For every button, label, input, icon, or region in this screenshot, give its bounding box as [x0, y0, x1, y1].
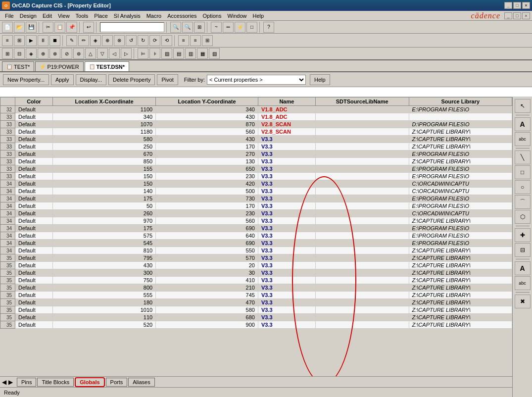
tb3-16[interactable]: ▥: [185, 48, 196, 59]
table-scroll[interactable]: Color Location X-Coordinate Location Y-C…: [0, 97, 512, 376]
menu-macro[interactable]: Macro: [144, 12, 165, 20]
tb3-12[interactable]: ⊨: [138, 48, 148, 59]
tb2-2[interactable]: ⊞: [14, 35, 25, 46]
part-btn[interactable]: □: [246, 22, 257, 33]
btab-aliases[interactable]: Aliases: [128, 378, 154, 387]
tb3-11[interactable]: ▷: [121, 48, 132, 59]
tb3-17[interactable]: ▦: [197, 48, 208, 59]
new-property-button[interactable]: New Property...: [3, 74, 49, 85]
undo-btn[interactable]: ↩: [83, 22, 94, 33]
menu-view[interactable]: View: [55, 12, 73, 20]
close-button[interactable]: ×: [522, 2, 530, 9]
zoom-in[interactable]: 🔍: [170, 22, 181, 33]
tb2-1[interactable]: ≡: [2, 35, 13, 46]
menu-tools[interactable]: Tools: [73, 12, 92, 20]
tb3-13[interactable]: ⊧: [149, 48, 160, 59]
rp-rect[interactable]: □: [515, 165, 531, 179]
display-button[interactable]: Display...: [76, 74, 106, 85]
title-bar-controls[interactable]: _ □ ×: [504, 2, 530, 9]
rp-text-a[interactable]: A: [515, 117, 531, 131]
tb3-9[interactable]: ▽: [97, 48, 108, 59]
menu-window[interactable]: Window: [224, 12, 249, 20]
filter-select[interactable]: < Current properties >: [207, 75, 306, 85]
tb3-15[interactable]: ▤: [173, 48, 184, 59]
tab-test[interactable]: 📋 TEST*: [2, 61, 34, 71]
search-field[interactable]: [0, 87, 532, 97]
tb3-5[interactable]: ⊗: [49, 48, 60, 59]
tb3-8[interactable]: △: [85, 48, 96, 59]
btab-ports[interactable]: Ports: [106, 378, 128, 387]
zoom-out[interactable]: 🔍: [182, 22, 193, 33]
tb2-14[interactable]: ⟲: [161, 35, 172, 46]
menu-si-analysis[interactable]: SI Analysis: [111, 12, 144, 20]
tab-power[interactable]: ⚡ P19:POWER: [35, 61, 83, 71]
col-header-src[interactable]: Source Library: [409, 98, 512, 106]
tb3-18[interactable]: ▧: [209, 48, 220, 59]
apply-button[interactable]: Apply: [51, 74, 74, 85]
tb2-17[interactable]: ⊞: [202, 35, 213, 46]
pivot-button[interactable]: Pivot: [157, 74, 178, 85]
tb3-4[interactable]: ⊕: [38, 48, 48, 59]
rp-label-abc[interactable]: abc: [515, 276, 531, 290]
tb3-2[interactable]: ⊟: [14, 48, 25, 59]
wire-btn[interactable]: ~: [211, 22, 222, 33]
tb3-7[interactable]: ⊛: [73, 48, 84, 59]
col-header-sdt[interactable]: SDTSourceLibName: [315, 98, 409, 106]
menu-file[interactable]: File: [2, 12, 17, 20]
bus-btn[interactable]: ═: [223, 22, 234, 33]
help-icon-btn[interactable]: ?: [263, 22, 274, 33]
menu-help[interactable]: Help: [250, 12, 267, 20]
power-btn[interactable]: ⚡: [235, 22, 245, 33]
tb2-6[interactable]: ✎: [66, 35, 77, 46]
tb2-7[interactable]: ✏: [78, 35, 89, 46]
rp-cross[interactable]: ✖: [515, 295, 531, 308]
tb2-10[interactable]: ⊗: [114, 35, 125, 46]
col-header-y[interactable]: Location Y-Coordinate: [156, 98, 258, 106]
rp-text-abc[interactable]: abc: [515, 132, 531, 146]
rp-ellipse[interactable]: ○: [515, 180, 531, 194]
rp-plus[interactable]: ✚: [515, 228, 531, 242]
col-header-color[interactable]: Color: [15, 98, 53, 106]
save-btn[interactable]: 💾: [26, 22, 37, 33]
tb2-5[interactable]: ⏹: [49, 35, 60, 46]
tb3-6[interactable]: ⊘: [61, 48, 72, 59]
tb3-10[interactable]: ◁: [109, 48, 120, 59]
minimize-button[interactable]: _: [504, 2, 512, 9]
menu-design[interactable]: Design: [17, 12, 40, 20]
zoom-fit[interactable]: ⊞: [194, 22, 205, 33]
rp-line[interactable]: ╲: [515, 150, 531, 164]
col-header-name[interactable]: Name: [258, 98, 315, 106]
help-button[interactable]: Help: [310, 74, 330, 85]
tb2-16[interactable]: ≡: [190, 35, 201, 46]
scroll-right-icon[interactable]: ▶: [8, 379, 13, 386]
menu-options[interactable]: Options: [200, 12, 225, 20]
open-btn[interactable]: 📂: [14, 22, 25, 33]
inner-close[interactable]: ×: [522, 12, 530, 19]
col-header-x[interactable]: Location X-Coordinate: [53, 98, 156, 106]
tb2-12[interactable]: ↻: [138, 35, 148, 46]
menu-accessories[interactable]: Accessories: [164, 12, 199, 20]
delete-property-button[interactable]: Delete Property: [108, 74, 155, 85]
tb2-3[interactable]: ▶: [26, 35, 37, 46]
tb2-4[interactable]: ⏸: [38, 35, 48, 46]
tb3-1[interactable]: ⊞: [2, 48, 13, 59]
rp-arc[interactable]: ⌒: [515, 195, 531, 209]
tb2-8[interactable]: ◈: [90, 35, 101, 46]
rp-label-a[interactable]: A: [515, 261, 531, 275]
btab-title-blocks[interactable]: Title Blocks: [37, 378, 74, 387]
rp-poly[interactable]: ⬡: [515, 210, 531, 224]
tab-dsn[interactable]: 📋 TEST.DSN*: [85, 61, 129, 71]
rp-pointer[interactable]: ↖: [515, 99, 531, 113]
menu-place[interactable]: Place: [91, 12, 111, 20]
rp-minus[interactable]: ⊟: [515, 243, 531, 257]
btab-pins[interactable]: Pins: [17, 378, 36, 387]
menu-edit[interactable]: Edit: [40, 12, 55, 20]
tb2-13[interactable]: ⟳: [149, 35, 160, 46]
inner-maximize[interactable]: □: [513, 12, 521, 19]
paste-btn[interactable]: 📌: [66, 22, 77, 33]
tb2-9[interactable]: ⊕: [102, 35, 113, 46]
copy-btn[interactable]: 📋: [54, 22, 65, 33]
new-btn[interactable]: 📄: [2, 22, 13, 33]
tb3-14[interactable]: ▨: [161, 48, 172, 59]
maximize-button[interactable]: □: [513, 2, 521, 9]
